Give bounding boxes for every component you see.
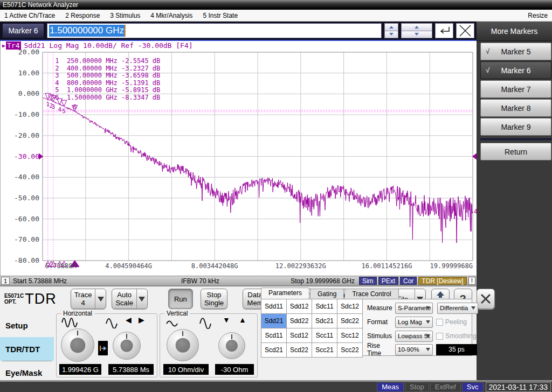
- vertical-group-title: Vertical: [164, 310, 190, 317]
- nav-item-eyemask[interactable]: Eye/Mask: [0, 361, 54, 384]
- status-segment-meas: Meas: [377, 382, 404, 392]
- svg-text:-50.00: -50.00: [14, 194, 39, 202]
- marker-button-marker-5[interactable]: √Marker 5: [480, 43, 551, 60]
- marker-button-marker-7[interactable]: Marker 7: [480, 80, 551, 98]
- toolbar-button-run[interactable]: Run: [168, 289, 193, 309]
- marker-readout-row: >6 1.5000000 GHz -8.3347 dB: [51, 94, 160, 102]
- matrix-cell-scc22[interactable]: Scc22: [337, 343, 363, 358]
- matrix-cell-scd11[interactable]: Scd11: [261, 328, 287, 343]
- enter-button[interactable]: [435, 23, 453, 38]
- spinner-large: [401, 23, 432, 38]
- matrix-cell-sdc11[interactable]: Sdc11: [312, 299, 337, 314]
- spin-down-large-button[interactable]: [401, 31, 432, 39]
- dropdown-arrow-icon[interactable]: [95, 289, 106, 309]
- matrix-cell-sdc22[interactable]: Sdc22: [337, 314, 363, 328]
- tab-trace-control[interactable]: Trace Control: [344, 289, 398, 299]
- svg-text:-20.00: -20.00: [14, 131, 39, 139]
- menu-item[interactable]: 1 Active Ch/Trace: [4, 12, 55, 19]
- marker-entry-label: Marker 6: [2, 23, 44, 38]
- spin-up-small-button[interactable]: [384, 23, 398, 31]
- status-badges: SimPExtCorTDR [Deskew]!: [359, 277, 475, 285]
- bottom-status-items: MeasStopExtRefSvc2021-03-11 17:33: [377, 382, 552, 392]
- control-row: StimulusLowpass StSmoothing: [367, 330, 476, 342]
- control-label: Measure: [367, 304, 394, 312]
- horizontal-scale-knob[interactable]: [61, 328, 94, 362]
- tab-gating[interactable]: Gating: [310, 289, 344, 299]
- control-row: MeasureS-ParameteDifferentia: [367, 302, 478, 314]
- vertical-scale-display: 10 Ohm/div: [163, 364, 209, 375]
- nav-item-setup[interactable]: Setup: [0, 313, 54, 337]
- matrix-cell-scd22[interactable]: Scd22: [287, 343, 312, 358]
- matrix-cell-sdc21[interactable]: Sdc21: [312, 314, 337, 328]
- menu-bar: 1 Active Ch/Trace2 Response3 Stimulus4 M…: [0, 10, 552, 22]
- resize-label[interactable]: Resize: [528, 12, 548, 19]
- down-arrow-icon[interactable]: ▼: [223, 316, 230, 324]
- matrix-cell-scd12[interactable]: Scd12: [287, 328, 312, 343]
- start-frequency: Start 5.73888 MHz: [13, 277, 67, 285]
- matrix-cell-sdd12[interactable]: Sdd12: [287, 299, 312, 314]
- vertical-scale-knob[interactable]: [167, 329, 199, 361]
- spin-up-large-button[interactable]: [401, 23, 432, 31]
- svg-text:-10.00: -10.00: [14, 110, 39, 118]
- matrix-cell-scc11[interactable]: Scc11: [312, 328, 337, 343]
- enter-icon: [438, 25, 451, 36]
- up-arrow-icon: [389, 26, 394, 29]
- checkbox-smoothing[interactable]: [436, 333, 443, 340]
- dropdown-arrow-icon[interactable]: [136, 289, 147, 309]
- tab-parameters[interactable]: Parameters: [261, 288, 309, 299]
- control-select-format[interactable]: Log Mag: [395, 317, 433, 328]
- trace-header-text: Sdd21 Log Mag 10.00dB/ Ref -30.00dB [F4]: [24, 41, 193, 50]
- control-select-stimulus[interactable]: Lowpass St: [395, 331, 433, 342]
- control-select-measure[interactable]: S-Paramete: [395, 303, 433, 314]
- marker-readout-row: 1 250.00000 MHz -2.5545 dB: [51, 58, 160, 65]
- marker-readout: 1 250.00000 MHz -2.5545 dB 2 400.00000 M…: [51, 58, 160, 101]
- marker-button-marker-6[interactable]: √Marker 6: [480, 61, 551, 79]
- horizontal-position-knob[interactable]: [113, 332, 141, 360]
- menu-item[interactable]: 2 Response: [65, 12, 100, 19]
- toolbar-button-trace-4[interactable]: Trace 4: [71, 289, 107, 309]
- status-badge-: !: [468, 277, 475, 285]
- control-row: FormatLog MagPeeling: [367, 316, 467, 328]
- marker-to-position-icon[interactable]: [98, 341, 108, 355]
- control-extra: Peeling: [436, 318, 467, 326]
- close-entry-button[interactable]: [456, 23, 474, 38]
- graph-area[interactable]: ▶ Tr4 Sdd21 Log Mag 10.00dB/ Ref -30.00d…: [0, 41, 477, 276]
- close-icon: [458, 24, 472, 37]
- right-arrow-icon[interactable]: ▶: [139, 316, 144, 324]
- toolbar-button-auto-scale[interactable]: Auto Scale: [112, 289, 148, 309]
- toolbar-close-button[interactable]: [477, 289, 495, 309]
- return-button[interactable]: Return: [480, 143, 551, 160]
- marker-value-input[interactable]: 1.500000000 GHz: [47, 23, 382, 38]
- matrix-cell-sdd22[interactable]: Sdd22: [287, 314, 312, 328]
- toolbar-button-stop-single[interactable]: Stop Single: [201, 289, 227, 309]
- marker-button-marker-9[interactable]: Marker 9: [480, 118, 551, 136]
- up-arrow-icon[interactable]: ▲: [239, 316, 246, 324]
- window-title-bar[interactable]: E5071C Network Analyzer: [0, 0, 552, 10]
- marker-button-marker-8[interactable]: Marker 8: [480, 99, 551, 117]
- marker-readout-row: 3 500.00000 MHz -3.6598 dB: [51, 72, 160, 80]
- status-segment-extref: ExtRef: [430, 382, 461, 392]
- matrix-cell-scc12[interactable]: Scc12: [337, 328, 363, 343]
- spin-down-small-button[interactable]: [384, 31, 398, 39]
- matrix-cell-sdd21[interactable]: Sdd21: [261, 314, 287, 328]
- sparam-matrix: Sdd11Sdd12Sdc11Sdc12Sdd21Sdd22Sdc21Sdc22…: [261, 299, 363, 358]
- sidebar-separator: [480, 138, 551, 140]
- marker-button-label: Marker 9: [501, 123, 530, 131]
- control-extra: 35 ps: [436, 344, 477, 355]
- menu-item[interactable]: 3 Stimulus: [110, 12, 140, 19]
- vertical-position-knob[interactable]: [218, 332, 245, 359]
- matrix-cell-scd21[interactable]: Scd21: [261, 343, 287, 358]
- nav-item-tdrtdt[interactable]: TDR/TDT: [0, 337, 54, 361]
- matrix-cell-sdc12[interactable]: Sdc12: [337, 299, 363, 314]
- left-arrow-icon[interactable]: ◀: [126, 316, 132, 324]
- menu-item[interactable]: 4 Mkr/Analysis: [150, 12, 192, 19]
- wave-icon: [199, 316, 213, 329]
- control-select-rise-time[interactable]: 10-90%: [395, 344, 433, 355]
- matrix-cell-sdd11[interactable]: Sdd11: [261, 299, 287, 314]
- checkbox-peeling[interactable]: [436, 319, 443, 326]
- marker-readout-row: 2 400.00000 MHz -3.2327 dB: [51, 65, 160, 73]
- matrix-cell-scc21[interactable]: Scc21: [312, 343, 337, 358]
- marker-button-label: Marker 7: [501, 85, 530, 94]
- menu-item[interactable]: 5 Instr State: [203, 12, 238, 19]
- control-select-differentia[interactable]: Differentia: [437, 303, 478, 314]
